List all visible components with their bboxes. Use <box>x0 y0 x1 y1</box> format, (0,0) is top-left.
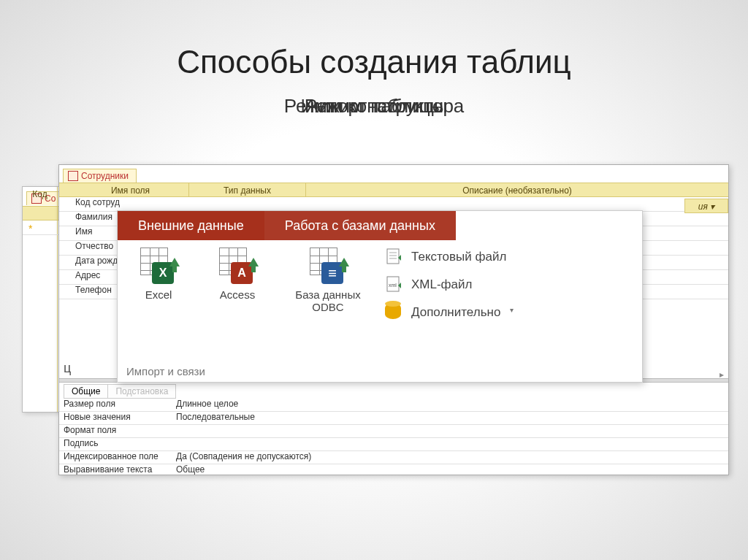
prop-key: Выравнивание текста <box>64 464 166 475</box>
ribbon-import-buttons: X Excel A Access ≡ База данн <box>126 248 372 360</box>
import-more-button[interactable]: Дополнительно ▾ <box>385 303 506 322</box>
text-file-icon <box>385 248 404 266</box>
subtitle-3: Импорт таблицы <box>300 95 447 118</box>
field-name: Код сотруд <box>75 197 120 207</box>
import-access-button[interactable]: A Access <box>205 248 270 301</box>
prop-key: Формат поля <box>64 425 166 435</box>
database-icon <box>385 303 404 322</box>
field-name: Адрес <box>75 270 100 280</box>
import-access-label: Access <box>220 288 255 301</box>
prop-key: Новые значения <box>64 412 166 422</box>
svg-rect-0 <box>387 249 399 264</box>
ribbon-group-label: Импорт и связи <box>126 365 205 377</box>
yellow-column-tail[interactable]: ия ▾ <box>684 199 728 213</box>
ribbon-tabs: Внешние данные Работа с базами данных <box>118 211 642 240</box>
prop-val: Общее <box>176 464 205 475</box>
ribbon-tab-db-tools[interactable]: Работа с базами данных <box>264 211 456 240</box>
prop-key: Индексированное поле <box>64 451 166 461</box>
new-record-icon: * <box>28 223 32 234</box>
property-tabs: Общие Подстановка <box>64 384 175 399</box>
import-xml-button[interactable]: xml XML-файл <box>385 275 506 294</box>
import-odbc-label: База данных ODBC <box>284 288 372 313</box>
ribbon-body: X Excel A Access ≡ База данн <box>118 240 642 364</box>
design-header-row: Имя поля Тип данных Описание (необязател… <box>59 183 728 197</box>
field-row[interactable]: Код сотруд <box>59 197 728 212</box>
table-icon <box>68 171 78 181</box>
design-header-fieldname[interactable]: Имя поля <box>72 183 189 196</box>
import-odbc-button[interactable]: ≡ База данных ODBC <box>284 248 372 313</box>
truncated-letter: ц <box>64 361 71 376</box>
field-name: Телефон <box>75 285 112 295</box>
odbc-icon: ≡ <box>310 248 346 284</box>
prop-row[interactable]: Размер поляДлинное целое <box>59 399 728 412</box>
import-excel-label: Excel <box>145 288 172 301</box>
excel-icon: X <box>140 248 177 284</box>
import-text-button[interactable]: Текстовый файл <box>385 248 506 266</box>
design-header-datatype[interactable]: Тип данных <box>189 183 306 196</box>
design-tab[interactable]: Сотрудники <box>63 169 137 183</box>
design-tab-label: Сотрудники <box>81 171 129 181</box>
prop-row[interactable]: Выравнивание текстаОбщее <box>59 464 728 477</box>
field-name: Имя <box>75 226 92 237</box>
field-name: Дата рожде <box>75 256 123 266</box>
field-name: Фамилия <box>75 212 112 222</box>
slide-title: Способы создания таблиц <box>0 44 748 80</box>
prop-row[interactable]: Новые значенияПоследовательные <box>59 412 728 425</box>
prop-key: Подпись <box>64 438 166 448</box>
scroll-right-icon[interactable]: ▸ <box>717 369 727 380</box>
prop-tab-lookup[interactable]: Подстановка <box>107 384 176 399</box>
subtitle-overlap: Режим конструктора Режим таблицы Импорт … <box>0 95 748 124</box>
prop-val: Последовательные <box>176 412 255 422</box>
import-excel-button[interactable]: X Excel <box>126 248 191 301</box>
dropdown-icon: ▾ <box>510 306 514 314</box>
prop-row[interactable]: Формат поля <box>59 425 728 438</box>
prop-val: Длинное целое <box>176 399 238 409</box>
access-icon: A <box>219 248 256 284</box>
import-more-label: Дополнительно <box>411 305 500 320</box>
import-xml-label: XML-файл <box>411 277 472 292</box>
field-name: Отчество <box>75 241 113 251</box>
ribbon-tab-external-data[interactable]: Внешние данные <box>118 211 264 240</box>
prop-tab-general[interactable]: Общие <box>64 384 108 399</box>
design-header-description[interactable]: Описание (необязательно) <box>306 183 728 196</box>
prop-row[interactable]: Подпись <box>59 438 728 451</box>
import-text-label: Текстовый файл <box>411 250 506 264</box>
xml-file-icon: xml <box>385 275 404 294</box>
prop-key: Размер поля <box>64 399 166 409</box>
prop-row[interactable]: Индексированное полеДа (Совпадения не до… <box>59 451 728 464</box>
svg-text:xml: xml <box>389 283 397 288</box>
ribbon-external-data: Внешние данные Работа с базами данных X … <box>117 210 643 383</box>
prop-val: Да (Совпадения не допускаются) <box>176 451 311 461</box>
ribbon-import-links: Текстовый файл xml XML-файл Дополнительн… <box>385 248 506 360</box>
